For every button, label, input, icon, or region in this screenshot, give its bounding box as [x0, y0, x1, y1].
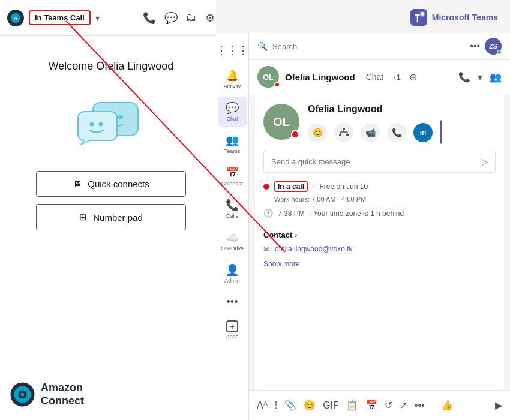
sidebar-item-calendar[interactable]: 📅 Calendar [218, 161, 247, 191]
sidebar-active-indicator [440, 120, 442, 144]
online-indicator [497, 50, 502, 55]
exclaim-icon[interactable]: ! [273, 399, 279, 412]
format-icon[interactable]: Aᴬ [255, 398, 269, 412]
teams-sidebar: ⋮⋮⋮ 🔔 Activity 💬 Chat 👥 Teams 📅 Calendar… [216, 33, 249, 420]
user-avatar[interactable]: ZS [485, 38, 502, 55]
large-contact-avatar: OL [263, 104, 299, 140]
teams-nav-label: Teams [224, 148, 241, 154]
teams-nav-icon: 👥 [226, 134, 239, 147]
chevron-down-icon[interactable]: ▾ [95, 13, 100, 23]
phone-icon[interactable]: 📞 [143, 11, 156, 25]
loop-icon[interactable]: ↺ [383, 398, 394, 412]
in-teams-call-badge: In Teams Call [29, 10, 91, 25]
calendar-label: Calendar [221, 181, 244, 187]
email-icon: ✉ [263, 244, 270, 253]
onedrive-label: OneDrive [221, 245, 244, 251]
sidebar-item-grid[interactable]: ⋮⋮⋮ [218, 39, 247, 62]
share-icon[interactable]: ↗ [398, 398, 409, 412]
contact-section-header: Contact › [263, 230, 496, 239]
sidebar-item-apps[interactable]: + Apps [218, 316, 247, 344]
call-icon-btn[interactable]: 📞 [458, 71, 470, 83]
sidebar-item-onedrive[interactable]: ☁️ OneDrive [218, 226, 247, 256]
chat-nav-icon: 💬 [226, 101, 239, 115]
video-icon-btn[interactable]: ▾ [478, 71, 482, 83]
people-icon-btn[interactable]: 👥 [490, 71, 502, 83]
teams-bottom-toolbar: Aᴬ ! 📎 😊 GIF 📋 📅 ↺ ↗ ••• 👍 ▶ [249, 390, 510, 420]
show-more-link[interactable]: Show more [263, 260, 300, 268]
teams-layout: ⋮⋮⋮ 🔔 Activity 💬 Chat 👥 Teams 📅 Calendar… [216, 33, 510, 420]
svg-point-6 [90, 122, 94, 127]
svg-rect-19 [346, 134, 349, 136]
status-dot [263, 184, 269, 190]
chat-bubble-icon[interactable]: 💬 [164, 11, 178, 25]
contact-avatar: OL [257, 66, 279, 88]
status-separator: · [313, 182, 314, 191]
profile-section: OL Ofelia Lingwood 😊 [263, 104, 496, 142]
org-chart-icon[interactable] [334, 123, 353, 142]
activity-icon: 🔔 [226, 69, 239, 82]
sticker-icon[interactable]: 📋 [344, 398, 360, 412]
search-more-icon[interactable]: ••• [470, 41, 480, 52]
svg-point-4 [118, 115, 123, 119]
welcome-section: Welcome Ofelia Lingwood [0, 36, 222, 420]
sidebar-item-activity[interactable]: 🔔 Activity [218, 64, 247, 94]
svg-point-11 [21, 393, 25, 397]
welcome-text: Welcome Ofelia Lingwood [49, 60, 174, 73]
toolbar-divider [433, 400, 433, 412]
send-icon[interactable]: ▷ [481, 156, 488, 167]
profile-actions: 😊 [308, 123, 433, 142]
attach-icon[interactable]: 📎 [283, 398, 298, 412]
gif-icon[interactable]: GIF [321, 399, 341, 412]
free-status-text: Free on Jun 10 [319, 182, 368, 191]
video-action-icon[interactable]: 📹 [361, 123, 380, 142]
sidebar-item-more[interactable]: ••• [218, 291, 247, 313]
bottom-buttons: 🖥 Quick connects ⊞ Number pad [12, 171, 210, 230]
chevron-right-icon: › [295, 232, 297, 239]
schedule-icon[interactable]: 📅 [364, 398, 379, 412]
contact-header: OL Ofelia Lingwood Chat +1 ⊕ 📞 ▾ 👥 [249, 60, 510, 94]
more-toolbar-icon[interactable]: ••• [413, 399, 427, 412]
contact-details-section: Contact › ✉ ofelia.lingwood@voxo.tk Show… [263, 224, 496, 269]
add-icon[interactable]: ⊕ [409, 71, 417, 83]
emoji-action-icon[interactable]: 😊 [308, 123, 327, 142]
screen-icon: 🖥 [73, 179, 82, 189]
emoji-toolbar-icon[interactable]: 😊 [302, 398, 317, 412]
apps-icon: + [226, 320, 238, 332]
work-hours: Work hours: 7:00 AM - 4:00 PM [274, 196, 496, 203]
svg-point-16 [421, 12, 424, 16]
apps-label: Apps [226, 334, 239, 340]
chat-label: Chat [366, 72, 384, 82]
status-row: In a call · Free on Jun 10 [263, 181, 496, 192]
sidebar-item-calls[interactable]: 📞 Calls [218, 194, 247, 224]
settings-icon[interactable]: ⚙ [205, 11, 215, 25]
sidebar-item-admin[interactable]: 👤 Admin [218, 259, 247, 289]
sidebar-item-chat[interactable]: 💬 Chat [218, 97, 247, 127]
phone-action-icon[interactable]: 📞 [387, 123, 406, 142]
numpad-icon: ⊞ [79, 212, 87, 223]
admin-label: Admin [224, 278, 240, 284]
quick-connects-button[interactable]: 🖥 Quick connects [36, 171, 186, 197]
email-row: ✉ ofelia.lingwood@voxo.tk [263, 244, 496, 253]
sidebar-item-teams[interactable]: 👥 Teams [218, 129, 247, 159]
teams-panel: T Microsoft Teams ⋮⋮⋮ 🔔 Activity 💬 Chat … [216, 0, 510, 420]
amazon-connect-name: Amazon Connect [41, 382, 84, 407]
number-pad-button[interactable]: ⊞ Number pad [36, 204, 186, 230]
toolbar-send-icon[interactable]: ▶ [493, 398, 504, 412]
amazon-connect-logo-icon: A [7, 10, 24, 26]
quick-message-box: ▷ [263, 151, 496, 173]
top-bar-icons: 📞 💬 🗂 ⚙ [143, 11, 215, 25]
activity-label: Activity [224, 83, 241, 89]
like-icon[interactable]: 👍 [439, 398, 455, 412]
linkedin-icon[interactable]: in [413, 123, 433, 142]
grid-icon: ⋮⋮⋮ [216, 44, 248, 57]
calls-label: Calls [226, 213, 238, 219]
ms-teams-brand-text: Microsoft Teams [432, 13, 498, 22]
timezone-time: 7:38 PM [278, 209, 305, 218]
teams-search-bar: 🔍 ••• ZS [249, 33, 510, 60]
search-input[interactable] [272, 42, 465, 51]
teams-main-content: 🔍 ••• ZS OL Ofelia Lingwood Chat +1 ⊕ [249, 33, 510, 420]
quick-message-input[interactable] [271, 157, 476, 166]
onedrive-icon: ☁️ [226, 231, 239, 244]
timezone-info: · Your time zone is 1 h behind [310, 209, 404, 218]
history-icon[interactable]: 🗂 [186, 11, 197, 24]
